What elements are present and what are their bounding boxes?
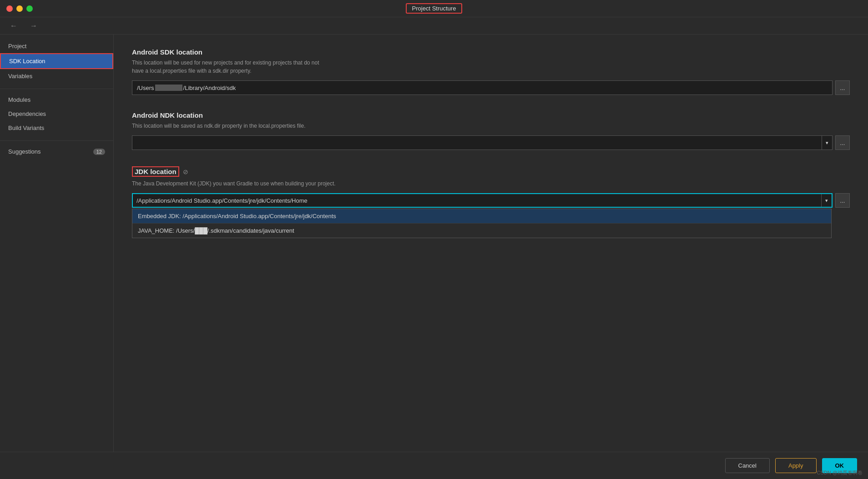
footer: Cancel Apply OK xyxy=(0,452,868,479)
sidebar-item-sdk-location[interactable]: SDK Location xyxy=(0,53,113,69)
suggestions-label: Suggestions xyxy=(8,148,41,155)
jdk-browse-button[interactable]: ... xyxy=(835,193,850,208)
suggestions-badge: 12 xyxy=(93,149,105,155)
sdk-path-display[interactable]: /Users /Library/Android/sdk xyxy=(132,80,833,95)
ndk-path-input[interactable] xyxy=(132,138,822,148)
sdk-browse-button[interactable]: ... xyxy=(835,80,850,95)
sdk-input-row: /Users /Library/Android/sdk ... xyxy=(132,80,850,95)
sdk-desc-line1: This location will be used for new proje… xyxy=(132,60,319,66)
jdk-option-java-home[interactable]: JAVA_HOME: /Users/███/.sdkman/candidates… xyxy=(132,224,831,238)
sidebar-section-1: Project SDK Location Variables xyxy=(0,39,113,83)
jdk-section: JDK location ⊘ The Java Development Kit … xyxy=(132,166,850,238)
jdk-path-input[interactable]: /Applications/Android Studio.app/Content… xyxy=(133,195,821,206)
watermark: CSDN @鸡蛋卷啊卷 xyxy=(817,469,863,476)
window-controls[interactable] xyxy=(6,5,33,12)
content-area: Android SDK location This location will … xyxy=(114,35,868,452)
sidebar-item-suggestions[interactable]: Suggestions 12 xyxy=(0,145,113,159)
jdk-input-row: /Applications/Android Studio.app/Content… xyxy=(132,193,850,208)
main-layout: Project SDK Location Variables Modules D… xyxy=(0,35,868,452)
sdk-section: Android SDK location This location will … xyxy=(132,48,850,95)
sdk-path-redacted xyxy=(155,85,182,91)
sidebar-item-variables[interactable]: Variables xyxy=(0,69,113,83)
sidebar-item-modules[interactable]: Modules xyxy=(0,93,113,107)
apply-button[interactable]: Apply xyxy=(775,458,817,473)
ndk-input-row: ▾ ... xyxy=(132,135,850,150)
jdk-dropdown-list: Embedded JDK: /Applications/Android Stud… xyxy=(132,209,832,238)
minimize-button[interactable] xyxy=(16,5,23,12)
sdk-path-prefix: /Users xyxy=(137,85,154,91)
sdk-title: Android SDK location xyxy=(132,48,850,56)
ndk-dropdown-arrow[interactable]: ▾ xyxy=(822,136,832,150)
ndk-dropdown[interactable]: ▾ xyxy=(132,135,833,150)
sidebar-item-project[interactable]: Project xyxy=(0,39,113,53)
close-button[interactable] xyxy=(6,5,13,12)
forward-arrow[interactable]: → xyxy=(27,21,40,31)
sidebar: Project SDK Location Variables Modules D… xyxy=(0,35,114,452)
sidebar-divider-1 xyxy=(0,89,113,89)
window-title: Project Structure xyxy=(406,3,463,14)
sidebar-section-3: Suggestions 12 xyxy=(0,145,113,159)
ndk-desc: This location will be saved as ndk.dir p… xyxy=(132,122,850,130)
jdk-desc: The Java Development Kit (JDK) you want … xyxy=(132,180,850,188)
help-icon[interactable]: ⊘ xyxy=(183,168,188,175)
maximize-button[interactable] xyxy=(26,5,33,12)
jdk-option-embedded[interactable]: Embedded JDK: /Applications/Android Stud… xyxy=(132,209,831,224)
title-bar: Project Structure xyxy=(0,0,868,17)
sidebar-item-build-variants[interactable]: Build Variants xyxy=(0,121,113,135)
jdk-dropdown[interactable]: /Applications/Android Studio.app/Content… xyxy=(132,193,833,208)
sidebar-divider-2 xyxy=(0,140,113,141)
sidebar-item-dependencies[interactable]: Dependencies xyxy=(0,107,113,121)
sdk-desc-line2: have a local.properties file with a sdk.… xyxy=(132,68,252,74)
sdk-path-suffix: /Library/Android/sdk xyxy=(183,85,236,91)
ndk-section: Android NDK location This location will … xyxy=(132,111,850,150)
sidebar-section-2: Modules Dependencies Build Variants xyxy=(0,93,113,135)
cancel-button[interactable]: Cancel xyxy=(725,458,770,473)
jdk-title-wrapper: JDK location ⊘ xyxy=(132,166,188,177)
back-arrow[interactable]: ← xyxy=(7,21,20,31)
navigation-bar: ← → xyxy=(0,17,868,35)
sdk-desc: This location will be used for new proje… xyxy=(132,59,850,75)
ndk-browse-button[interactable]: ... xyxy=(835,135,850,150)
ndk-title: Android NDK location xyxy=(132,111,850,119)
jdk-dropdown-arrow[interactable]: ▾ xyxy=(821,194,832,207)
jdk-title: JDK location xyxy=(132,166,179,177)
